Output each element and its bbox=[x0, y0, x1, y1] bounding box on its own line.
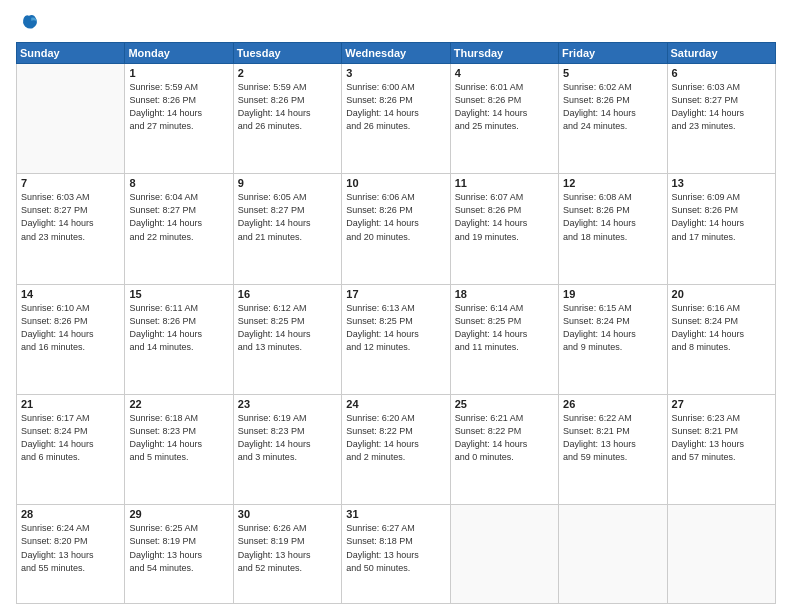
day-info: Sunrise: 6:09 AMSunset: 8:26 PMDaylight:… bbox=[672, 191, 771, 243]
calendar-cell: 13Sunrise: 6:09 AMSunset: 8:26 PMDayligh… bbox=[667, 174, 775, 284]
day-info: Sunrise: 6:19 AMSunset: 8:23 PMDaylight:… bbox=[238, 412, 337, 464]
weekday-header: Tuesday bbox=[233, 43, 341, 64]
calendar-cell: 9Sunrise: 6:05 AMSunset: 8:27 PMDaylight… bbox=[233, 174, 341, 284]
calendar-cell: 28Sunrise: 6:24 AMSunset: 8:20 PMDayligh… bbox=[17, 505, 125, 604]
logo bbox=[16, 12, 42, 34]
calendar-cell: 11Sunrise: 6:07 AMSunset: 8:26 PMDayligh… bbox=[450, 174, 558, 284]
day-number: 10 bbox=[346, 177, 445, 189]
day-number: 13 bbox=[672, 177, 771, 189]
calendar-cell: 7Sunrise: 6:03 AMSunset: 8:27 PMDaylight… bbox=[17, 174, 125, 284]
calendar-cell: 19Sunrise: 6:15 AMSunset: 8:24 PMDayligh… bbox=[559, 284, 667, 394]
day-info: Sunrise: 6:16 AMSunset: 8:24 PMDaylight:… bbox=[672, 302, 771, 354]
calendar-cell: 4Sunrise: 6:01 AMSunset: 8:26 PMDaylight… bbox=[450, 64, 558, 174]
day-number: 12 bbox=[563, 177, 662, 189]
day-number: 31 bbox=[346, 508, 445, 520]
calendar-cell: 25Sunrise: 6:21 AMSunset: 8:22 PMDayligh… bbox=[450, 395, 558, 505]
day-number: 26 bbox=[563, 398, 662, 410]
day-number: 27 bbox=[672, 398, 771, 410]
calendar-cell: 16Sunrise: 6:12 AMSunset: 8:25 PMDayligh… bbox=[233, 284, 341, 394]
day-info: Sunrise: 6:01 AMSunset: 8:26 PMDaylight:… bbox=[455, 81, 554, 133]
day-number: 9 bbox=[238, 177, 337, 189]
day-info: Sunrise: 6:17 AMSunset: 8:24 PMDaylight:… bbox=[21, 412, 120, 464]
calendar-cell: 8Sunrise: 6:04 AMSunset: 8:27 PMDaylight… bbox=[125, 174, 233, 284]
day-number: 29 bbox=[129, 508, 228, 520]
day-number: 15 bbox=[129, 288, 228, 300]
calendar-cell: 23Sunrise: 6:19 AMSunset: 8:23 PMDayligh… bbox=[233, 395, 341, 505]
day-number: 8 bbox=[129, 177, 228, 189]
day-info: Sunrise: 6:15 AMSunset: 8:24 PMDaylight:… bbox=[563, 302, 662, 354]
weekday-header: Thursday bbox=[450, 43, 558, 64]
day-number: 28 bbox=[21, 508, 120, 520]
day-number: 18 bbox=[455, 288, 554, 300]
calendar-cell: 24Sunrise: 6:20 AMSunset: 8:22 PMDayligh… bbox=[342, 395, 450, 505]
calendar-cell: 15Sunrise: 6:11 AMSunset: 8:26 PMDayligh… bbox=[125, 284, 233, 394]
calendar-cell: 17Sunrise: 6:13 AMSunset: 8:25 PMDayligh… bbox=[342, 284, 450, 394]
day-number: 25 bbox=[455, 398, 554, 410]
calendar-cell: 14Sunrise: 6:10 AMSunset: 8:26 PMDayligh… bbox=[17, 284, 125, 394]
day-info: Sunrise: 6:05 AMSunset: 8:27 PMDaylight:… bbox=[238, 191, 337, 243]
day-info: Sunrise: 6:12 AMSunset: 8:25 PMDaylight:… bbox=[238, 302, 337, 354]
day-info: Sunrise: 6:00 AMSunset: 8:26 PMDaylight:… bbox=[346, 81, 445, 133]
day-number: 11 bbox=[455, 177, 554, 189]
day-info: Sunrise: 6:23 AMSunset: 8:21 PMDaylight:… bbox=[672, 412, 771, 464]
day-info: Sunrise: 5:59 AMSunset: 8:26 PMDaylight:… bbox=[238, 81, 337, 133]
weekday-header: Monday bbox=[125, 43, 233, 64]
calendar-cell: 26Sunrise: 6:22 AMSunset: 8:21 PMDayligh… bbox=[559, 395, 667, 505]
day-info: Sunrise: 5:59 AMSunset: 8:26 PMDaylight:… bbox=[129, 81, 228, 133]
calendar-cell bbox=[559, 505, 667, 604]
day-info: Sunrise: 6:14 AMSunset: 8:25 PMDaylight:… bbox=[455, 302, 554, 354]
day-info: Sunrise: 6:24 AMSunset: 8:20 PMDaylight:… bbox=[21, 522, 120, 574]
page: SundayMondayTuesdayWednesdayThursdayFrid… bbox=[0, 0, 792, 612]
day-number: 30 bbox=[238, 508, 337, 520]
day-info: Sunrise: 6:27 AMSunset: 8:18 PMDaylight:… bbox=[346, 522, 445, 574]
calendar-cell: 29Sunrise: 6:25 AMSunset: 8:19 PMDayligh… bbox=[125, 505, 233, 604]
day-info: Sunrise: 6:03 AMSunset: 8:27 PMDaylight:… bbox=[21, 191, 120, 243]
day-info: Sunrise: 6:06 AMSunset: 8:26 PMDaylight:… bbox=[346, 191, 445, 243]
day-info: Sunrise: 6:13 AMSunset: 8:25 PMDaylight:… bbox=[346, 302, 445, 354]
day-number: 5 bbox=[563, 67, 662, 79]
calendar-cell: 10Sunrise: 6:06 AMSunset: 8:26 PMDayligh… bbox=[342, 174, 450, 284]
calendar-cell bbox=[450, 505, 558, 604]
day-number: 23 bbox=[238, 398, 337, 410]
calendar-cell: 3Sunrise: 6:00 AMSunset: 8:26 PMDaylight… bbox=[342, 64, 450, 174]
calendar-cell: 31Sunrise: 6:27 AMSunset: 8:18 PMDayligh… bbox=[342, 505, 450, 604]
day-number: 6 bbox=[672, 67, 771, 79]
day-info: Sunrise: 6:20 AMSunset: 8:22 PMDaylight:… bbox=[346, 412, 445, 464]
day-number: 3 bbox=[346, 67, 445, 79]
day-info: Sunrise: 6:18 AMSunset: 8:23 PMDaylight:… bbox=[129, 412, 228, 464]
day-info: Sunrise: 6:11 AMSunset: 8:26 PMDaylight:… bbox=[129, 302, 228, 354]
day-number: 14 bbox=[21, 288, 120, 300]
calendar-table: SundayMondayTuesdayWednesdayThursdayFrid… bbox=[16, 42, 776, 604]
day-number: 1 bbox=[129, 67, 228, 79]
calendar-cell: 1Sunrise: 5:59 AMSunset: 8:26 PMDaylight… bbox=[125, 64, 233, 174]
day-info: Sunrise: 6:08 AMSunset: 8:26 PMDaylight:… bbox=[563, 191, 662, 243]
day-number: 21 bbox=[21, 398, 120, 410]
day-number: 19 bbox=[563, 288, 662, 300]
day-info: Sunrise: 6:26 AMSunset: 8:19 PMDaylight:… bbox=[238, 522, 337, 574]
day-info: Sunrise: 6:10 AMSunset: 8:26 PMDaylight:… bbox=[21, 302, 120, 354]
day-number: 24 bbox=[346, 398, 445, 410]
calendar-cell: 12Sunrise: 6:08 AMSunset: 8:26 PMDayligh… bbox=[559, 174, 667, 284]
day-info: Sunrise: 6:03 AMSunset: 8:27 PMDaylight:… bbox=[672, 81, 771, 133]
day-number: 20 bbox=[672, 288, 771, 300]
calendar-cell: 30Sunrise: 6:26 AMSunset: 8:19 PMDayligh… bbox=[233, 505, 341, 604]
calendar-cell: 2Sunrise: 5:59 AMSunset: 8:26 PMDaylight… bbox=[233, 64, 341, 174]
calendar-cell: 21Sunrise: 6:17 AMSunset: 8:24 PMDayligh… bbox=[17, 395, 125, 505]
calendar-cell bbox=[17, 64, 125, 174]
day-info: Sunrise: 6:04 AMSunset: 8:27 PMDaylight:… bbox=[129, 191, 228, 243]
day-number: 22 bbox=[129, 398, 228, 410]
day-number: 4 bbox=[455, 67, 554, 79]
calendar-cell: 6Sunrise: 6:03 AMSunset: 8:27 PMDaylight… bbox=[667, 64, 775, 174]
day-number: 17 bbox=[346, 288, 445, 300]
calendar-cell: 27Sunrise: 6:23 AMSunset: 8:21 PMDayligh… bbox=[667, 395, 775, 505]
day-info: Sunrise: 6:22 AMSunset: 8:21 PMDaylight:… bbox=[563, 412, 662, 464]
calendar-cell: 22Sunrise: 6:18 AMSunset: 8:23 PMDayligh… bbox=[125, 395, 233, 505]
day-number: 16 bbox=[238, 288, 337, 300]
calendar-cell: 18Sunrise: 6:14 AMSunset: 8:25 PMDayligh… bbox=[450, 284, 558, 394]
calendar-cell: 5Sunrise: 6:02 AMSunset: 8:26 PMDaylight… bbox=[559, 64, 667, 174]
day-info: Sunrise: 6:25 AMSunset: 8:19 PMDaylight:… bbox=[129, 522, 228, 574]
day-info: Sunrise: 6:07 AMSunset: 8:26 PMDaylight:… bbox=[455, 191, 554, 243]
day-info: Sunrise: 6:21 AMSunset: 8:22 PMDaylight:… bbox=[455, 412, 554, 464]
weekday-header: Wednesday bbox=[342, 43, 450, 64]
day-number: 7 bbox=[21, 177, 120, 189]
